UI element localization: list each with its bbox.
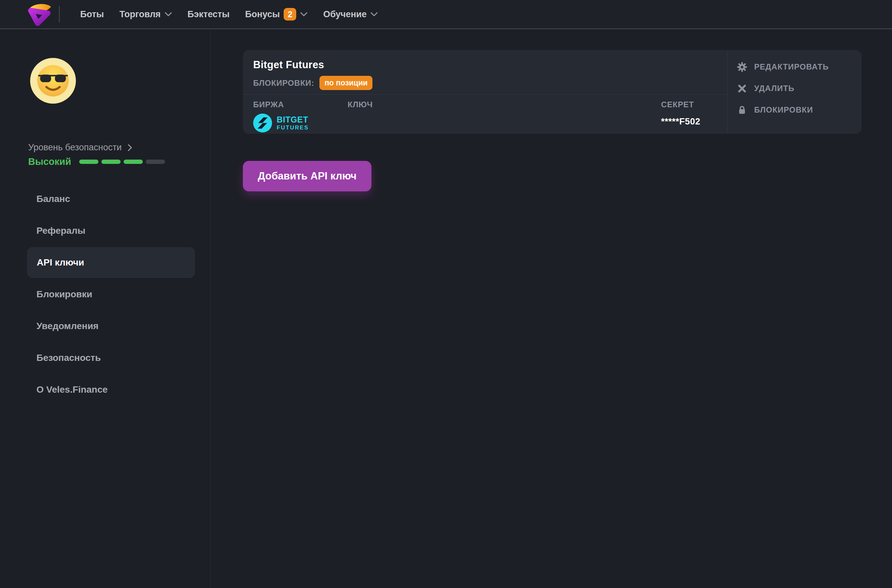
nav-item-bots[interactable]: Боты (80, 9, 104, 20)
sidebar-item-label: О Veles.Finance (36, 384, 108, 395)
top-nav: Боты Торговля Бэктесты Бонусы 2 Обучение (0, 0, 892, 29)
sidebar-item-api-keys[interactable]: API ключи (27, 248, 195, 278)
blocks-key-button[interactable]: БЛОКИРОВКИ (737, 102, 862, 118)
sidebar: Уровень безопасности Высокий Баланс Рефе… (0, 30, 211, 588)
nav-item-label: Боты (80, 9, 104, 20)
sidebar-item-balance[interactable]: Баланс (27, 184, 195, 214)
avatar[interactable] (30, 58, 76, 104)
blocks-row: БЛОКИРОВКИ: по позиции (253, 76, 727, 90)
api-key-actions: РЕДАКТИРОВАТЬ УДАЛИТЬ БЛОКИРОВКИ (728, 50, 862, 134)
api-key-card-header: Bitget Futures БЛОКИРОВКИ: по позиции (243, 50, 727, 95)
api-key-card: Bitget Futures БЛОКИРОВКИ: по позиции БИ… (243, 50, 862, 134)
add-api-key-button[interactable]: Добавить API ключ (243, 161, 372, 191)
veles-logo[interactable] (21, 2, 56, 27)
main-nav: Боты Торговля Бэктесты Бонусы 2 Обучение (80, 8, 378, 21)
nav-item-backtests[interactable]: Бэктесты (188, 9, 230, 20)
secret-cell: *****F502 (661, 117, 701, 127)
api-key-card-body: Bitget Futures БЛОКИРОВКИ: по позиции БИ… (243, 50, 728, 134)
security-level-link[interactable]: Уровень безопасности (28, 142, 132, 153)
nav-divider (59, 6, 60, 22)
lock-icon (737, 105, 747, 115)
nav-item-label: Бэктесты (188, 9, 230, 20)
sidebar-menu: Баланс Рефералы API ключи Блокировки Уве… (27, 184, 195, 405)
nav-item-trading[interactable]: Торговля (120, 9, 172, 20)
nav-item-bonuses[interactable]: Бонусы 2 (245, 8, 308, 21)
sidebar-item-label: Безопасность (36, 352, 101, 363)
close-icon (737, 83, 747, 94)
chevron-down-icon (300, 12, 307, 16)
exchange-name: BITGET FUTURES (277, 115, 309, 131)
column-header-secret: СЕКРЕТ (661, 100, 701, 109)
sidebar-item-label: Блокировки (36, 289, 92, 300)
sidebar-item-security[interactable]: Безопасность (27, 343, 195, 373)
security-level-value: Высокий (28, 156, 71, 167)
action-label: БЛОКИРОВКИ (754, 105, 813, 114)
security-meter (79, 160, 165, 164)
logo-triangle (31, 10, 48, 24)
action-label: РЕДАКТИРОВАТЬ (754, 62, 829, 72)
chevron-down-icon (370, 12, 378, 16)
sidebar-item-label: Баланс (36, 194, 70, 204)
column-header-exchange: БИРЖА (253, 100, 309, 109)
api-key-table: БИРЖА BITGET FUTURES КЛЮЧ (243, 95, 727, 134)
sidebar-item-label: API ключи (37, 257, 84, 268)
column-secret: СЕКРЕТ *****F502 (661, 100, 701, 127)
sidebar-item-about[interactable]: О Veles.Finance (27, 375, 195, 405)
exchange-name-line1: BITGET (277, 115, 309, 124)
security-level-label: Уровень безопасности (28, 142, 122, 153)
sidebar-item-referrals[interactable]: Рефералы (27, 216, 195, 246)
exchange-name-line2: FUTURES (277, 125, 309, 131)
sidebar-item-label: Рефералы (36, 225, 86, 236)
security-level-row: Высокий (28, 156, 165, 167)
exchange-cell: BITGET FUTURES (253, 114, 309, 132)
bonus-count-badge: 2 (284, 8, 296, 21)
bitget-logo-icon (253, 114, 272, 132)
security-pill-empty (146, 160, 165, 164)
nav-item-education[interactable]: Обучение (323, 9, 378, 20)
gear-icon (737, 62, 747, 72)
sidebar-item-notifications[interactable]: Уведомления (27, 311, 195, 341)
security-pill-filled (123, 160, 143, 164)
delete-key-button[interactable]: УДАЛИТЬ (737, 80, 862, 97)
column-header-key: КЛЮЧ (347, 100, 373, 109)
nav-item-label: Обучение (323, 9, 367, 20)
nav-item-label: Бонусы (245, 9, 280, 20)
blocks-label: БЛОКИРОВКИ: (253, 78, 314, 88)
chevron-right-icon (128, 144, 132, 151)
blocks-badge: по позиции (319, 76, 372, 90)
edit-key-button[interactable]: РЕДАКТИРОВАТЬ (737, 58, 862, 75)
sidebar-item-label: Уведомления (36, 321, 98, 332)
sidebar-item-blocks[interactable]: Блокировки (27, 279, 195, 309)
api-key-title: Bitget Futures (253, 59, 727, 71)
action-label: УДАЛИТЬ (754, 84, 794, 93)
chevron-down-icon (165, 12, 172, 16)
security-pill-filled (79, 160, 98, 164)
column-exchange: БИРЖА BITGET FUTURES (253, 100, 309, 132)
nav-item-label: Торговля (120, 9, 161, 20)
security-pill-filled (101, 160, 120, 164)
column-key: КЛЮЧ (347, 100, 373, 117)
